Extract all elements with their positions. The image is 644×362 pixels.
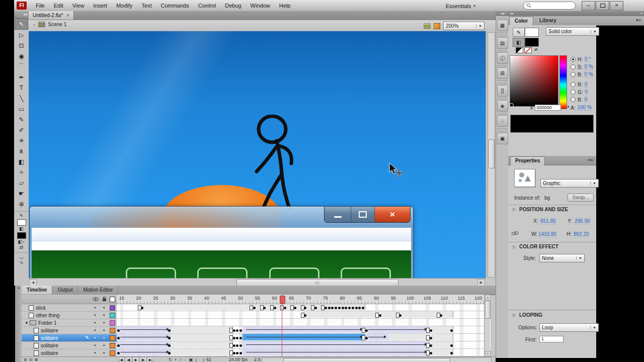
layer-outline-color-chip[interactable] xyxy=(110,343,115,348)
tween-span[interactable] xyxy=(117,334,172,340)
layer-outline-color-chip[interactable] xyxy=(110,305,115,311)
layer-row-other-thing[interactable]: other thing•• xyxy=(22,312,117,319)
loop-playback-button[interactable]: ↻ xyxy=(169,357,175,362)
section-collapse-icon[interactable]: ▽ xyxy=(512,245,515,249)
frame-row-other-thing[interactable] xyxy=(117,311,491,319)
tab-timeline[interactable]: Timeline xyxy=(22,286,52,294)
keyframe-end-marker[interactable] xyxy=(311,305,314,310)
zoom-tool[interactable]: ⊕ xyxy=(15,199,28,209)
stroke-color-swatch[interactable] xyxy=(525,28,539,37)
new-layer-button[interactable]: ⊞ xyxy=(24,357,29,362)
keyframe-dot[interactable] xyxy=(253,307,256,309)
green-radio[interactable] xyxy=(571,89,576,95)
fill-color-swatch[interactable] xyxy=(525,38,539,47)
eyedropper-tool[interactable]: ✧ xyxy=(15,167,28,177)
show-hide-all-layers-icon[interactable] xyxy=(93,297,99,301)
eraser-tool[interactable]: ▱ xyxy=(15,177,28,188)
onion-skin-button[interactable]: ○ xyxy=(179,357,184,362)
layer-row-solitaire[interactable]: solitaire•• xyxy=(22,342,117,349)
rectangle-tool[interactable]: ▭ xyxy=(15,104,28,114)
keyframe-dot[interactable] xyxy=(294,307,296,309)
edit-multiple-frames-button[interactable]: ▣ xyxy=(189,357,196,362)
paint-bucket-tool[interactable]: ◧ xyxy=(15,156,28,167)
section-collapse-icon[interactable]: ▽ xyxy=(512,313,515,318)
looping-header[interactable]: LOOPING xyxy=(519,312,542,318)
static-span[interactable] xyxy=(171,341,233,348)
expand-dock-icon[interactable]: ◂◂ xyxy=(496,11,509,16)
keyframe-dot[interactable] xyxy=(233,344,235,347)
blue-value[interactable]: 0 xyxy=(584,97,587,103)
step-back-button[interactable]: ◀| xyxy=(125,357,132,362)
panel-menu-icon[interactable]: ▾≡ xyxy=(636,18,641,23)
layer-lock-dot[interactable]: • xyxy=(103,342,105,349)
static-span[interactable] xyxy=(171,334,233,340)
layer-lock-dot[interactable]: • xyxy=(103,334,105,341)
scroll-left-icon[interactable]: ◀ xyxy=(29,279,37,286)
bone-tool[interactable]: ⋔ xyxy=(15,146,28,156)
frame-row-solitaire[interactable] xyxy=(117,349,491,356)
outline-all-layers-icon[interactable] xyxy=(110,297,115,302)
section-collapse-icon[interactable]: ▽ xyxy=(512,208,515,212)
keyframe-dot[interactable] xyxy=(342,307,344,309)
first-frame-input[interactable]: 1 xyxy=(539,336,564,342)
static-span[interactable] xyxy=(429,326,453,333)
static-span[interactable] xyxy=(429,349,453,355)
position-size-header[interactable]: POSITION AND SIZE xyxy=(519,207,568,212)
keyframe-end-marker[interactable] xyxy=(229,328,233,333)
swatches-panel-icon[interactable]: ▦ xyxy=(497,20,508,31)
color-type-select[interactable]: Solid color ▼ xyxy=(546,27,599,36)
subselection-tool[interactable]: ▷ xyxy=(15,30,28,40)
hue-marker-right-icon[interactable]: ◂ xyxy=(567,105,569,109)
tween-span[interactable] xyxy=(365,326,430,333)
folder-expand-icon[interactable]: ▼ xyxy=(25,321,29,325)
tab-properties[interactable]: Properties xyxy=(510,156,545,165)
collapse-panels-icon[interactable]: ◂◂ xyxy=(508,11,513,16)
stage-vertical-scrollbar[interactable] xyxy=(486,31,496,278)
hue-value[interactable]: 0 ° xyxy=(585,56,591,62)
frame-rate[interactable]: 24.00 fps xyxy=(229,357,248,362)
keyframe-dot[interactable] xyxy=(314,307,317,309)
stage-horizontal-scrollbar[interactable]: ◀ ||| ▶ xyxy=(29,278,486,286)
go-to-first-frame-button[interactable]: |◀ xyxy=(117,357,125,362)
brightness-radio[interactable] xyxy=(571,72,576,77)
static-span[interactable] xyxy=(171,349,233,355)
keyframe-end-marker[interactable] xyxy=(362,335,365,340)
frame-grid[interactable]: 1520253035404550556065707580859095100105… xyxy=(117,295,491,356)
looping-options-select[interactable]: Loop ▼ xyxy=(539,323,599,332)
tab-color[interactable]: Color xyxy=(509,17,533,25)
document-tab[interactable]: Untitled-2.fla* × xyxy=(29,11,74,20)
scrollbar-thumb[interactable] xyxy=(489,139,495,168)
frame-row-solitaire[interactable] xyxy=(117,341,491,349)
keyframe-dot[interactable] xyxy=(236,344,238,347)
go-to-last-frame-button[interactable]: ▶| xyxy=(147,357,154,362)
scroll-right-icon[interactable]: ▶ xyxy=(477,279,485,286)
tab-motion-editor[interactable]: Motion Editor xyxy=(78,286,118,294)
selection-tool[interactable]: ↖ xyxy=(15,18,28,30)
keyframe-dot[interactable] xyxy=(362,307,364,309)
layer-visibility-dot[interactable]: • xyxy=(94,342,96,349)
color-effect-header[interactable]: COLOR EFFECT xyxy=(519,244,558,249)
tween-span[interactable] xyxy=(117,349,172,355)
onion-skin-outlines-button[interactable]: ◌ xyxy=(184,357,189,362)
step-forward-button[interactable]: |▶ xyxy=(139,357,147,362)
tween-span[interactable] xyxy=(117,341,172,348)
symbol-type-select[interactable]: Graphic ▼ xyxy=(540,179,599,188)
tween-span[interactable] xyxy=(117,326,172,333)
scroll-up-icon[interactable]: ▲ xyxy=(485,295,491,300)
layer-buttons[interactable]: ⊞⊟⊠ xyxy=(24,357,40,362)
keyframe-dot[interactable] xyxy=(325,307,327,309)
scene-name[interactable]: Scene 1 xyxy=(48,22,67,27)
tween-span[interactable] xyxy=(243,349,430,355)
keyframe-dot[interactable] xyxy=(430,352,432,354)
timeline-horizontal-scrollbar[interactable] xyxy=(262,357,492,362)
back-arrow-icon[interactable]: ◂ xyxy=(33,22,35,27)
workspace-switcher[interactable]: Essentials ▾ xyxy=(446,2,475,10)
no-color-icon[interactable] xyxy=(524,47,532,53)
static-span[interactable] xyxy=(303,311,379,318)
keyframe-end-marker[interactable] xyxy=(229,350,233,355)
modify-markers-button[interactable]: [·] xyxy=(195,357,206,362)
keyframe-end-marker[interactable] xyxy=(229,335,233,340)
menu-file[interactable]: File xyxy=(31,3,49,9)
close-button[interactable]: × xyxy=(610,1,623,11)
layer-row-solitaire[interactable]: solitaire✎•• xyxy=(22,334,117,342)
